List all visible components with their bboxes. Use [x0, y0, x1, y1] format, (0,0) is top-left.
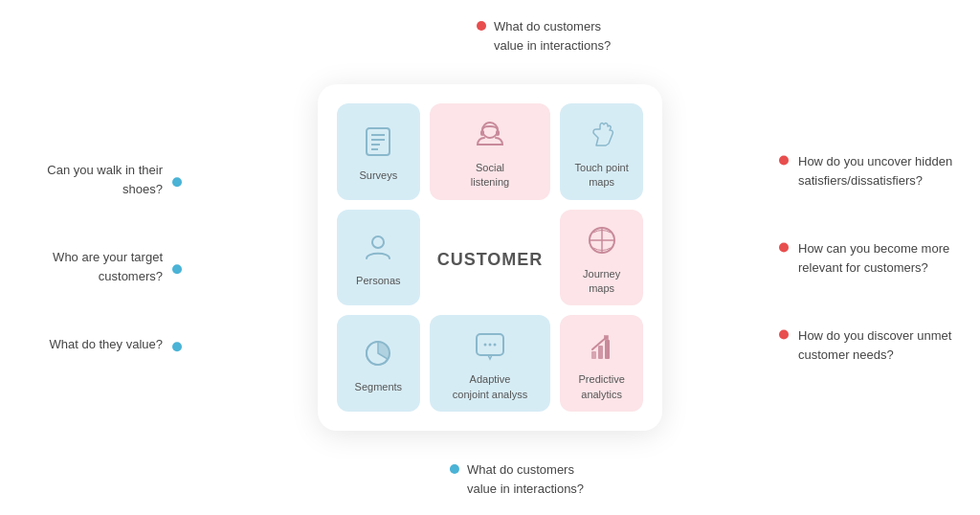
- left-annotation-1-text: Can you walk in their shoes?: [29, 161, 163, 198]
- right-annotations: How do you uncover hidden satisfiers/dis…: [779, 152, 961, 364]
- adaptive-conjoint-label: Adaptiveconjoint analyss: [453, 372, 527, 402]
- left-annotation-3: What do they value?: [49, 335, 182, 354]
- touch-point-maps-label: Touch pointmaps: [575, 161, 629, 190]
- customer-label: CUSTOMER: [437, 250, 544, 270]
- social-listening-icon: [473, 117, 507, 155]
- left-annotation-3-text: What do they value?: [49, 335, 163, 354]
- top-dot-red: [477, 21, 486, 31]
- journey-maps-icon: [585, 223, 619, 261]
- svg-rect-6: [480, 130, 484, 136]
- left-annotation-2: Who are your target customers?: [29, 248, 182, 285]
- adaptive-conjoint-icon: [473, 328, 507, 367]
- surveys-label: Surveys: [359, 168, 397, 183]
- cell-social-listening[interactable]: Sociallistening: [430, 103, 551, 200]
- personas-icon: [361, 230, 395, 268]
- svg-rect-0: [367, 128, 390, 155]
- top-annotation-text: What do customersvalue in interactions?: [494, 17, 611, 55]
- segments-label: Segments: [355, 380, 403, 394]
- cell-personas[interactable]: Personas: [337, 210, 420, 306]
- svg-rect-17: [591, 351, 596, 359]
- main-card: Surveys Sociallistening: [318, 84, 662, 431]
- personas-label: Personas: [356, 274, 400, 288]
- right-annotation-1-text: How do you uncover hidden satisfiers/dis…: [798, 152, 961, 190]
- bottom-dot-blue: [450, 464, 459, 474]
- right-dot-1: [779, 156, 789, 166]
- bottom-annotation: What do customersvalue in interactions?: [450, 460, 584, 498]
- cell-adaptive-conjoint[interactable]: Adaptiveconjoint analyss: [430, 315, 551, 412]
- left-annotation-2-text: Who are your target customers?: [29, 248, 163, 285]
- right-dot-3: [779, 330, 789, 340]
- left-annotation-1: Can you walk in their shoes?: [29, 161, 182, 198]
- bottom-annotation-text: What do customersvalue in interactions?: [467, 460, 584, 498]
- predictive-analytics-label: Predictiveanalytics: [579, 372, 625, 402]
- right-annotation-2-text: How can you become more relevant for cus…: [798, 239, 961, 277]
- cell-customer-center: CUSTOMER: [430, 210, 551, 306]
- cell-predictive-analytics[interactable]: Predictiveanalytics: [560, 315, 643, 412]
- left-dot-2: [172, 264, 182, 274]
- svg-point-16: [494, 344, 497, 347]
- svg-point-5: [482, 123, 498, 138]
- segments-icon: [361, 336, 395, 374]
- svg-rect-7: [496, 130, 500, 136]
- social-listening-label: Sociallistening: [471, 161, 509, 190]
- predictive-analytics-icon: [585, 328, 619, 367]
- right-annotation-3-text: How do you discover unmet customer needs…: [798, 326, 961, 364]
- cell-journey-maps[interactable]: Journeymaps: [560, 210, 643, 306]
- cell-segments[interactable]: Segments: [337, 315, 420, 412]
- left-annotations: Can you walk in their shoes? Who are you…: [29, 161, 182, 354]
- left-dot-3: [172, 342, 182, 351]
- left-dot-1: [172, 177, 182, 187]
- svg-point-15: [489, 344, 492, 347]
- right-annotation-2: How can you become more relevant for cus…: [779, 239, 961, 277]
- svg-rect-19: [605, 340, 610, 359]
- cell-touch-point-maps[interactable]: Touch pointmaps: [560, 103, 643, 200]
- right-dot-2: [779, 243, 789, 253]
- right-annotation-1: How do you uncover hidden satisfiers/dis…: [779, 152, 961, 190]
- journey-maps-label: Journeymaps: [583, 267, 620, 297]
- svg-rect-18: [598, 346, 603, 359]
- cell-surveys[interactable]: Surveys: [337, 103, 420, 200]
- surveys-icon: [361, 124, 395, 163]
- right-annotation-3: How do you discover unmet customer needs…: [779, 326, 961, 364]
- svg-point-8: [372, 236, 384, 248]
- grid: Surveys Sociallistening: [337, 103, 643, 412]
- touch-point-maps-icon: [585, 117, 619, 155]
- top-annotation: What do customersvalue in interactions?: [477, 17, 611, 55]
- svg-point-14: [484, 344, 487, 347]
- page-container: What do customersvalue in interactions? …: [0, 0, 980, 515]
